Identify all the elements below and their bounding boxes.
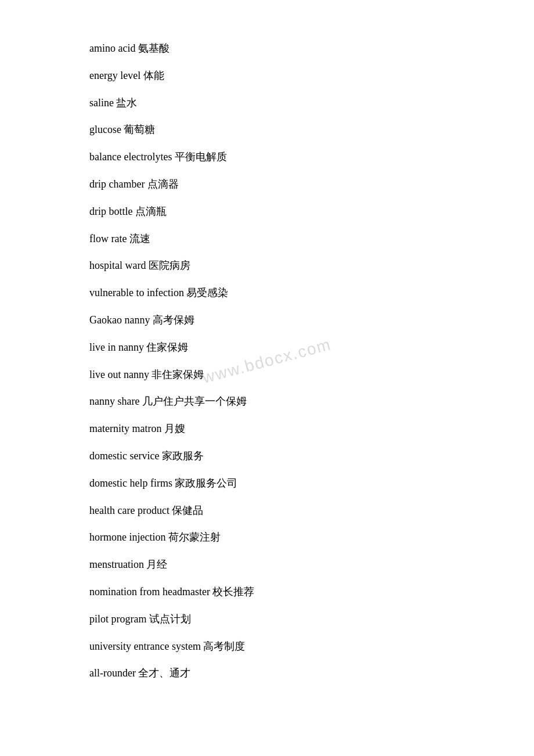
list-item: energy level 体能 xyxy=(89,62,445,89)
page-container: www.bdocx.com amino acid 氨基酸energy level… xyxy=(0,0,534,722)
list-item: domestic service 家政服务 xyxy=(89,442,445,470)
list-item: hormone injection 荷尔蒙注射 xyxy=(89,524,445,551)
list-item: domestic help firms 家政服务公司 xyxy=(89,470,445,497)
list-item: menstruation 月经 xyxy=(89,551,445,578)
list-item: live in nanny 住家保姆 xyxy=(89,334,445,361)
list-item: maternity matron 月嫂 xyxy=(89,415,445,442)
list-item: nanny share 几户住户共享一个保姆 xyxy=(89,388,445,415)
list-item: drip bottle 点滴瓶 xyxy=(89,198,445,225)
list-item: vulnerable to infection 易受感染 xyxy=(89,279,445,307)
list-item: health care product 保健品 xyxy=(89,497,445,524)
list-item: Gaokao nanny 高考保姆 xyxy=(89,307,445,334)
vocab-list: amino acid 氨基酸energy level 体能saline 盐水gl… xyxy=(89,35,445,687)
list-item: all-rounder 全才、通才 xyxy=(89,660,445,687)
list-item: pilot program 试点计划 xyxy=(89,606,445,633)
list-item: glucose 葡萄糖 xyxy=(89,116,445,143)
list-item: hospital ward 医院病房 xyxy=(89,252,445,279)
list-item: saline 盐水 xyxy=(89,89,445,117)
list-item: university entrance system 高考制度 xyxy=(89,633,445,660)
list-item: live out nanny 非住家保姆 xyxy=(89,361,445,388)
list-item: flow rate 流速 xyxy=(89,225,445,253)
list-item: drip chamber 点滴器 xyxy=(89,171,445,198)
list-item: amino acid 氨基酸 xyxy=(89,35,445,62)
list-item: nomination from headmaster 校长推荐 xyxy=(89,578,445,606)
list-item: balance electrolytes 平衡电解质 xyxy=(89,143,445,171)
